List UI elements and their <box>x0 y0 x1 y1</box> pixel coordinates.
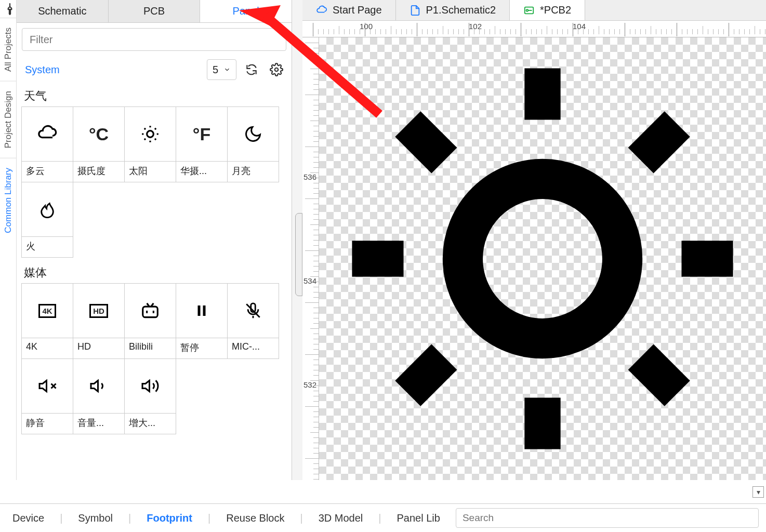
svg-rect-8 <box>524 68 560 119</box>
cell-label: 华摄... <box>176 161 227 182</box>
sun-icon <box>125 107 176 161</box>
side-tab-strip: All Projects Project Design Common Libra… <box>0 0 17 480</box>
columns-value: 5 <box>213 64 218 76</box>
cell-mute[interactable]: 静音 <box>21 358 73 434</box>
fahrenheit-icon: °F <box>176 107 227 161</box>
tab-schematic[interactable]: Schematic <box>17 0 109 22</box>
settings-icon[interactable] <box>267 60 286 79</box>
4k-icon: 4K <box>22 284 73 338</box>
editor-area: Start Page P1.Schematic2 *PCB2 100 102 1… <box>302 0 766 480</box>
library-top-tabs: Schematic PCB Panel <box>17 0 292 23</box>
doc-tab-start-page[interactable]: Start Page <box>302 0 396 20</box>
bottom-search-input[interactable] <box>456 508 759 528</box>
weather-grid: 多云 °C 摄氏度 太阳 °F 华摄... 月亮 <box>17 107 292 262</box>
cell-celsius[interactable]: °C 摄氏度 <box>73 107 125 182</box>
cell-label: 音量... <box>73 413 124 434</box>
svg-point-0 <box>275 68 279 72</box>
doc-tab-schematic-file[interactable]: P1.Schematic2 <box>396 0 510 20</box>
canvas-sun-symbol[interactable] <box>319 37 766 480</box>
bottom-bar: Device| Symbol| Footprint| Reuse Block| … <box>0 503 766 532</box>
svg-rect-12 <box>628 111 690 173</box>
mute-icon <box>22 359 73 413</box>
cell-label: Bilibili <box>125 338 176 358</box>
columns-select[interactable]: 5 <box>207 59 236 80</box>
bottom-tab-panel-lib[interactable]: Panel Lib <box>392 509 445 527</box>
celsius-icon: °C <box>73 107 124 161</box>
side-tab-common-library[interactable]: Common Library <box>0 158 16 243</box>
svg-rect-3 <box>198 305 201 316</box>
cell-label: 月亮 <box>228 161 279 182</box>
document-tabs: Start Page P1.Schematic2 *PCB2 <box>302 0 766 21</box>
doc-tab-label: Start Page <box>333 4 382 16</box>
design-canvas[interactable] <box>319 37 766 480</box>
bottom-tab-3d-model[interactable]: 3D Model <box>313 509 368 527</box>
svg-rect-2 <box>143 307 158 317</box>
cell-label: 太阳 <box>125 161 176 182</box>
cell-label: 静音 <box>22 413 73 434</box>
system-link[interactable]: System <box>25 64 60 76</box>
cell-bilibili[interactable]: Bilibili <box>124 283 176 359</box>
cell-volume[interactable]: 音量... <box>73 358 125 434</box>
pause-icon <box>176 284 227 338</box>
volume-up-icon <box>125 359 176 413</box>
cell-sun[interactable]: 太阳 <box>124 107 176 182</box>
cell-label: HD <box>73 338 124 358</box>
library-panel: Schematic PCB Panel System 5 天气 <box>17 0 292 480</box>
cell-moon[interactable]: 月亮 <box>227 107 279 182</box>
ruler-v-label: 532 <box>303 380 316 389</box>
bottom-tab-device[interactable]: Device <box>7 509 49 527</box>
file-icon <box>410 5 421 16</box>
cell-cloud[interactable]: 多云 <box>21 107 73 182</box>
svg-rect-10 <box>352 241 403 276</box>
side-tab-all-projects[interactable]: All Projects <box>0 18 16 81</box>
doc-tab-label: P1.Schematic2 <box>426 4 496 16</box>
cell-hd[interactable]: HD HD <box>73 283 125 359</box>
panel-splitter[interactable] <box>292 0 302 480</box>
splitter-grip-icon[interactable] <box>295 213 302 296</box>
refresh-icon[interactable] <box>242 60 261 79</box>
doc-tab-label: *PCB2 <box>540 4 571 16</box>
cell-fahrenheit[interactable]: °F 华摄... <box>176 107 228 182</box>
cell-label: 火 <box>22 236 73 257</box>
cell-fire[interactable]: 火 <box>21 182 73 258</box>
hd-icon: HD <box>73 284 124 338</box>
svg-rect-15 <box>395 111 457 173</box>
cell-label: 暂停 <box>176 338 227 358</box>
mic-off-icon <box>228 284 279 338</box>
ruler-h-label: 102 <box>469 22 482 31</box>
ruler-h-label: 104 <box>573 22 586 31</box>
svg-rect-9 <box>524 397 560 449</box>
moon-icon <box>228 107 279 161</box>
cell-volume-up[interactable]: 增大... <box>124 358 176 434</box>
svg-rect-4 <box>203 305 206 316</box>
filter-input[interactable] <box>22 28 286 51</box>
cell-label: 多云 <box>22 161 73 182</box>
pcb-icon <box>523 5 535 16</box>
tab-pcb[interactable]: PCB <box>109 0 201 22</box>
svg-point-6 <box>526 9 529 11</box>
collapse-panel-icon[interactable]: ▾ <box>752 486 764 498</box>
cloud-icon <box>22 107 73 161</box>
ruler-h-label: 100 <box>360 22 373 31</box>
cell-mic-off[interactable]: MIC-... <box>227 283 279 359</box>
section-title-weather: 天气 <box>17 85 292 107</box>
vertical-ruler: 536 534 532 <box>302 37 319 480</box>
svg-point-1 <box>147 131 154 138</box>
bilibili-icon <box>125 284 176 338</box>
bottom-tab-footprint[interactable]: Footprint <box>141 509 197 527</box>
svg-rect-14 <box>395 344 457 406</box>
cell-pause[interactable]: 暂停 <box>176 283 228 359</box>
section-title-media: 媒体 <box>17 262 292 284</box>
ruler-v-label: 534 <box>303 276 316 285</box>
cell-label: MIC-... <box>228 338 279 358</box>
svg-rect-11 <box>681 241 733 276</box>
bottom-tab-reuse-block[interactable]: Reuse Block <box>221 509 289 527</box>
cell-4k[interactable]: 4K 4K <box>21 283 73 359</box>
side-tab-project-design[interactable]: Project Design <box>0 81 16 158</box>
tab-panel[interactable]: Panel <box>200 0 292 22</box>
bottom-tab-symbol[interactable]: Symbol <box>73 509 118 527</box>
doc-tab-pcb-file[interactable]: *PCB2 <box>510 0 585 20</box>
ruler-v-label: 536 <box>303 172 316 181</box>
volume-icon <box>73 359 124 413</box>
cell-label: 4K <box>22 338 73 358</box>
